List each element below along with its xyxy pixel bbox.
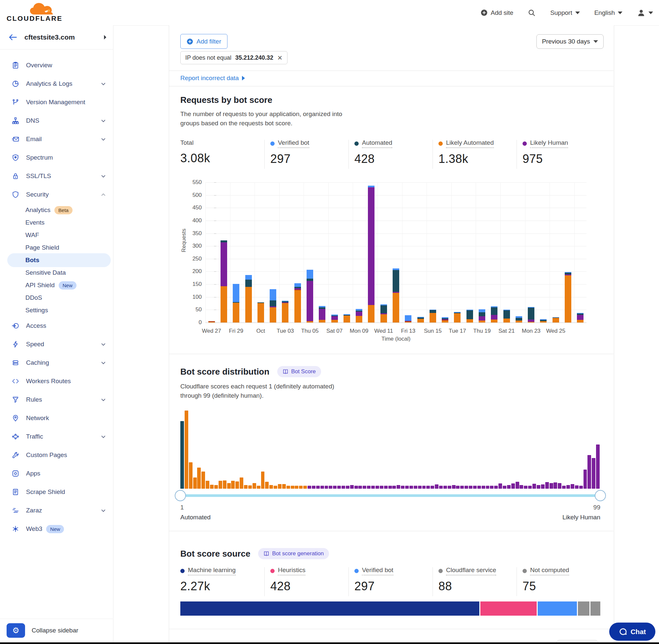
score-bar-83[interactable] — [528, 486, 532, 489]
score-bar-72[interactable] — [481, 486, 485, 489]
score-bar-85[interactable] — [537, 485, 540, 489]
requests-bar-fri-27[interactable] — [577, 313, 584, 322]
sidebar-item-bots[interactable]: Bots — [0, 254, 113, 267]
search-button[interactable] — [528, 9, 536, 17]
report-incorrect-data-link[interactable]: Report incorrect data — [180, 74, 245, 82]
score-bar-6[interactable] — [202, 472, 205, 489]
sidebar-item-page-shield[interactable]: Page Shield — [0, 242, 113, 254]
language-menu[interactable]: English — [594, 9, 622, 17]
score-bar-22[interactable] — [269, 485, 273, 489]
sidebar-item-caching[interactable]: Caching — [0, 353, 113, 372]
settings-gear-button[interactable]: ⚙ — [6, 623, 25, 638]
score-bar-21[interactable] — [265, 482, 269, 489]
score-bar-81[interactable] — [520, 485, 523, 489]
score-bar-37[interactable] — [333, 486, 336, 489]
requests-bar-mon-02[interactable] — [270, 289, 276, 322]
score-bar-19[interactable] — [257, 486, 260, 489]
account-menu[interactable] — [637, 8, 653, 17]
sidebar-item-web3[interactable]: Web3New — [0, 520, 113, 538]
score-bar-30[interactable] — [303, 486, 307, 489]
score-bar-55[interactable] — [409, 486, 413, 489]
sidebar-item-zaraz[interactable]: Zaraz — [0, 501, 113, 520]
score-bar-61[interactable] — [435, 484, 439, 489]
chat-button[interactable]: Chat — [609, 623, 655, 641]
chevron-right-icon[interactable] — [103, 34, 107, 40]
requests-bar-fri-06[interactable] — [319, 306, 325, 322]
score-bar-63[interactable] — [443, 486, 447, 489]
score-bar-44[interactable] — [362, 486, 366, 489]
score-bar-17[interactable] — [248, 485, 252, 489]
score-bar-56[interactable] — [414, 486, 417, 489]
sidebar-item-speed[interactable]: Speed — [0, 335, 113, 353]
sidebar-item-events[interactable]: Events — [0, 216, 113, 229]
score-bar-16[interactable] — [244, 485, 248, 489]
score-bar-45[interactable] — [367, 486, 371, 489]
score-bar-93[interactable] — [571, 484, 574, 489]
back-arrow-icon[interactable] — [8, 33, 17, 41]
source-segment-heuristics[interactable] — [480, 601, 537, 616]
score-bar-36[interactable] — [329, 486, 332, 489]
score-bar-71[interactable] — [477, 486, 481, 489]
requests-bar-fri-20[interactable] — [491, 306, 497, 322]
sidebar-item-sensitive-data[interactable]: Sensitive Data — [0, 267, 113, 279]
score-bar-29[interactable] — [299, 486, 303, 489]
score-bar-82[interactable] — [524, 486, 527, 489]
score-bar-75[interactable] — [494, 486, 498, 489]
score-bar-77[interactable] — [503, 486, 507, 489]
score-bar-47[interactable] — [376, 486, 379, 489]
requests-bar-mon-16[interactable] — [442, 317, 448, 322]
slider-handle-min[interactable] — [175, 490, 186, 501]
score-bar-76[interactable] — [498, 483, 502, 489]
score-bar-62[interactable] — [439, 486, 443, 489]
sidebar-item-ddos[interactable]: DDoS — [0, 292, 113, 304]
score-bar-87[interactable] — [545, 482, 549, 489]
requests-bar-thu-19[interactable] — [479, 309, 485, 322]
score-bar-64[interactable] — [448, 486, 451, 489]
score-bar-84[interactable] — [533, 484, 536, 489]
sidebar-item-analytics-logs[interactable]: Analytics & Logs — [0, 74, 113, 93]
score-bar-25[interactable] — [282, 484, 286, 489]
sidebar-item-traffic[interactable]: Traffic — [0, 427, 113, 446]
score-bar-97[interactable] — [587, 455, 591, 489]
score-bar-15[interactable] — [240, 478, 243, 489]
score-bar-88[interactable] — [549, 483, 553, 489]
requests-bar-sat-21[interactable] — [503, 309, 510, 322]
score-bar-51[interactable] — [392, 486, 396, 489]
score-bar-86[interactable] — [541, 484, 545, 489]
score-bar-66[interactable] — [456, 486, 460, 489]
score-bar-39[interactable] — [342, 486, 345, 489]
score-bar-67[interactable] — [460, 486, 464, 489]
source-segment-not-computed[interactable] — [590, 601, 600, 616]
score-bar-89[interactable] — [554, 482, 557, 489]
requests-bar-wed-27[interactable] — [208, 321, 215, 322]
score-bar-50[interactable] — [389, 486, 392, 489]
score-bar-18[interactable] — [253, 483, 256, 489]
score-bar-28[interactable] — [295, 486, 298, 489]
requests-bar-sun-08[interactable] — [344, 314, 350, 322]
score-bar-12[interactable] — [227, 483, 231, 489]
sidebar-item-dns[interactable]: DNS — [0, 112, 113, 130]
score-bar-27[interactable] — [291, 486, 295, 489]
date-range-dropdown[interactable]: Previous 30 days — [536, 34, 604, 49]
support-menu[interactable]: Support — [550, 9, 580, 17]
score-bar-9[interactable] — [214, 485, 218, 489]
requests-bar-tue-03[interactable] — [282, 301, 288, 322]
score-bar-58[interactable] — [422, 486, 426, 489]
score-bar-57[interactable] — [418, 486, 422, 489]
score-bar-14[interactable] — [235, 481, 239, 489]
score-bar-74[interactable] — [490, 486, 494, 489]
score-bar-33[interactable] — [316, 486, 320, 489]
score-bar-41[interactable] — [350, 485, 354, 489]
score-bar-60[interactable] — [430, 486, 434, 489]
sidebar-item-access[interactable]: Access — [0, 317, 113, 335]
score-bar-2[interactable] — [185, 411, 188, 489]
score-bar-31[interactable] — [308, 486, 311, 489]
requests-bar-tue-10[interactable] — [368, 186, 375, 322]
score-bar-32[interactable] — [312, 486, 315, 489]
sidebar-item-waf[interactable]: WAF — [0, 229, 113, 242]
score-bar-23[interactable] — [274, 486, 277, 489]
collapse-sidebar-button[interactable]: Collapse sidebar — [32, 627, 78, 634]
score-bar-94[interactable] — [575, 485, 579, 489]
score-bar-70[interactable] — [473, 486, 477, 489]
sidebar-item-scrape-shield[interactable]: Scrape Shield — [0, 483, 113, 501]
